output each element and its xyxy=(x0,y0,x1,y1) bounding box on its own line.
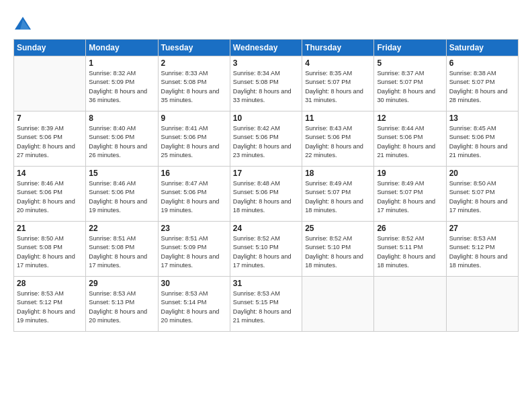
day-info: Sunrise: 8:38 AMSunset: 5:07 PMDaylight:… xyxy=(449,69,515,105)
day-number: 13 xyxy=(449,113,515,123)
page: SundayMondayTuesdayWednesdayThursdayFrid… xyxy=(0,0,532,411)
day-number: 7 xyxy=(17,113,83,123)
day-info: Sunrise: 8:52 AMSunset: 5:10 PMDaylight:… xyxy=(233,234,299,270)
day-number: 11 xyxy=(305,113,371,123)
day-info: Sunrise: 8:43 AMSunset: 5:06 PMDaylight:… xyxy=(305,124,371,160)
day-info: Sunrise: 8:52 AMSunset: 5:11 PMDaylight:… xyxy=(377,234,443,270)
calendar-cell xyxy=(446,277,518,332)
calendar-cell: 28Sunrise: 8:53 AMSunset: 5:12 PMDayligh… xyxy=(14,277,86,332)
day-info: Sunrise: 8:41 AMSunset: 5:06 PMDaylight:… xyxy=(161,124,227,160)
day-info: Sunrise: 8:48 AMSunset: 5:06 PMDaylight:… xyxy=(233,179,299,215)
day-info: Sunrise: 8:53 AMSunset: 5:12 PMDaylight:… xyxy=(17,289,83,325)
day-number: 27 xyxy=(449,224,515,233)
weekday-header-monday: Monday xyxy=(86,40,158,56)
day-number: 30 xyxy=(161,279,227,288)
day-info: Sunrise: 8:53 AMSunset: 5:14 PMDaylight:… xyxy=(161,289,227,325)
calendar-cell: 24Sunrise: 8:52 AMSunset: 5:10 PMDayligh… xyxy=(230,222,302,277)
calendar-cell: 18Sunrise: 8:49 AMSunset: 5:07 PMDayligh… xyxy=(302,167,374,222)
day-number: 20 xyxy=(449,169,515,178)
calendar-cell: 2Sunrise: 8:33 AMSunset: 5:08 PMDaylight… xyxy=(158,56,230,111)
calendar-cell: 7Sunrise: 8:39 AMSunset: 5:06 PMDaylight… xyxy=(14,111,86,167)
day-number: 15 xyxy=(89,169,154,178)
calendar-cell: 20Sunrise: 8:50 AMSunset: 5:07 PMDayligh… xyxy=(446,167,518,222)
header xyxy=(13,12,519,34)
day-info: Sunrise: 8:47 AMSunset: 5:06 PMDaylight:… xyxy=(161,179,227,215)
day-info: Sunrise: 8:49 AMSunset: 5:07 PMDaylight:… xyxy=(377,179,443,215)
weekday-header-saturday: Saturday xyxy=(446,40,518,56)
calendar-cell: 19Sunrise: 8:49 AMSunset: 5:07 PMDayligh… xyxy=(374,167,446,222)
calendar-cell: 14Sunrise: 8:46 AMSunset: 5:06 PMDayligh… xyxy=(14,167,86,222)
day-info: Sunrise: 8:52 AMSunset: 5:10 PMDaylight:… xyxy=(305,234,371,270)
day-number: 17 xyxy=(233,169,299,178)
day-info: Sunrise: 8:39 AMSunset: 5:06 PMDaylight:… xyxy=(17,124,83,160)
calendar-cell: 4Sunrise: 8:35 AMSunset: 5:07 PMDaylight… xyxy=(302,56,374,111)
day-number: 26 xyxy=(377,224,443,233)
day-number: 28 xyxy=(17,279,83,288)
calendar-cell: 10Sunrise: 8:42 AMSunset: 5:06 PMDayligh… xyxy=(230,111,302,167)
day-info: Sunrise: 8:33 AMSunset: 5:08 PMDaylight:… xyxy=(161,69,227,105)
weekday-header-friday: Friday xyxy=(374,40,446,56)
calendar-cell: 9Sunrise: 8:41 AMSunset: 5:06 PMDaylight… xyxy=(158,111,230,167)
weekday-header-row: SundayMondayTuesdayWednesdayThursdayFrid… xyxy=(14,40,519,56)
day-info: Sunrise: 8:37 AMSunset: 5:07 PMDaylight:… xyxy=(377,69,443,105)
day-info: Sunrise: 8:44 AMSunset: 5:06 PMDaylight:… xyxy=(377,124,443,160)
day-info: Sunrise: 8:32 AMSunset: 5:09 PMDaylight:… xyxy=(89,69,154,105)
week-row-5: 28Sunrise: 8:53 AMSunset: 5:12 PMDayligh… xyxy=(14,277,519,332)
week-row-4: 21Sunrise: 8:50 AMSunset: 5:08 PMDayligh… xyxy=(14,222,519,277)
logo-icon xyxy=(13,15,32,34)
day-number: 23 xyxy=(161,224,227,233)
day-number: 4 xyxy=(305,58,371,68)
calendar-cell: 1Sunrise: 8:32 AMSunset: 5:09 PMDaylight… xyxy=(86,56,158,111)
calendar-cell: 30Sunrise: 8:53 AMSunset: 5:14 PMDayligh… xyxy=(158,277,230,332)
day-info: Sunrise: 8:35 AMSunset: 5:07 PMDaylight:… xyxy=(305,69,371,105)
calendar-cell: 23Sunrise: 8:51 AMSunset: 5:09 PMDayligh… xyxy=(158,222,230,277)
calendar-cell: 27Sunrise: 8:53 AMSunset: 5:12 PMDayligh… xyxy=(446,222,518,277)
day-info: Sunrise: 8:53 AMSunset: 5:13 PMDaylight:… xyxy=(89,289,154,325)
day-number: 14 xyxy=(17,169,83,178)
calendar-cell: 31Sunrise: 8:53 AMSunset: 5:15 PMDayligh… xyxy=(230,277,302,332)
day-info: Sunrise: 8:42 AMSunset: 5:06 PMDaylight:… xyxy=(233,124,299,160)
week-row-2: 7Sunrise: 8:39 AMSunset: 5:06 PMDaylight… xyxy=(14,111,519,167)
day-number: 16 xyxy=(161,169,227,178)
day-info: Sunrise: 8:51 AMSunset: 5:08 PMDaylight:… xyxy=(89,234,154,270)
day-number: 5 xyxy=(377,58,443,68)
calendar-cell: 16Sunrise: 8:47 AMSunset: 5:06 PMDayligh… xyxy=(158,167,230,222)
day-info: Sunrise: 8:50 AMSunset: 5:08 PMDaylight:… xyxy=(17,234,83,270)
day-number: 19 xyxy=(377,169,443,178)
day-info: Sunrise: 8:46 AMSunset: 5:06 PMDaylight:… xyxy=(89,179,154,215)
day-info: Sunrise: 8:49 AMSunset: 5:07 PMDaylight:… xyxy=(305,179,371,215)
calendar: SundayMondayTuesdayWednesdayThursdayFrid… xyxy=(13,39,519,332)
day-number: 8 xyxy=(89,113,154,123)
calendar-cell: 3Sunrise: 8:34 AMSunset: 5:08 PMDaylight… xyxy=(230,56,302,111)
day-number: 21 xyxy=(17,224,83,233)
day-info: Sunrise: 8:34 AMSunset: 5:08 PMDaylight:… xyxy=(233,69,299,105)
calendar-cell xyxy=(14,56,86,111)
calendar-cell xyxy=(374,277,446,332)
calendar-cell: 13Sunrise: 8:45 AMSunset: 5:06 PMDayligh… xyxy=(446,111,518,167)
day-info: Sunrise: 8:46 AMSunset: 5:06 PMDaylight:… xyxy=(17,179,83,215)
day-number: 3 xyxy=(233,58,299,68)
day-info: Sunrise: 8:40 AMSunset: 5:06 PMDaylight:… xyxy=(89,124,154,160)
day-info: Sunrise: 8:50 AMSunset: 5:07 PMDaylight:… xyxy=(449,179,515,215)
calendar-cell: 21Sunrise: 8:50 AMSunset: 5:08 PMDayligh… xyxy=(14,222,86,277)
calendar-cell: 22Sunrise: 8:51 AMSunset: 5:08 PMDayligh… xyxy=(86,222,158,277)
day-number: 10 xyxy=(233,113,299,123)
weekday-header-sunday: Sunday xyxy=(14,40,86,56)
logo xyxy=(13,15,35,34)
calendar-cell: 6Sunrise: 8:38 AMSunset: 5:07 PMDaylight… xyxy=(446,56,518,111)
weekday-header-wednesday: Wednesday xyxy=(230,40,302,56)
calendar-cell: 25Sunrise: 8:52 AMSunset: 5:10 PMDayligh… xyxy=(302,222,374,277)
day-number: 6 xyxy=(449,58,515,68)
day-number: 31 xyxy=(233,279,299,288)
day-info: Sunrise: 8:53 AMSunset: 5:15 PMDaylight:… xyxy=(233,289,299,325)
day-number: 25 xyxy=(305,224,371,233)
calendar-cell: 11Sunrise: 8:43 AMSunset: 5:06 PMDayligh… xyxy=(302,111,374,167)
weekday-header-thursday: Thursday xyxy=(302,40,374,56)
week-row-3: 14Sunrise: 8:46 AMSunset: 5:06 PMDayligh… xyxy=(14,167,519,222)
day-number: 12 xyxy=(377,113,443,123)
weekday-header-tuesday: Tuesday xyxy=(158,40,230,56)
day-number: 18 xyxy=(305,169,371,178)
day-number: 24 xyxy=(233,224,299,233)
calendar-cell: 29Sunrise: 8:53 AMSunset: 5:13 PMDayligh… xyxy=(86,277,158,332)
day-info: Sunrise: 8:45 AMSunset: 5:06 PMDaylight:… xyxy=(449,124,515,160)
